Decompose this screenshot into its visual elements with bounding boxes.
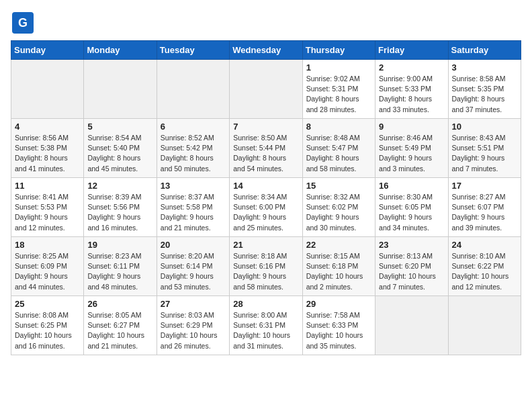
weekday-header-tuesday: Tuesday xyxy=(157,41,229,60)
calendar-cell: 22Sunrise: 8:15 AM Sunset: 6:18 PM Dayli… xyxy=(302,237,375,296)
day-number: 24 xyxy=(452,240,517,250)
day-info: Sunrise: 8:03 AM Sunset: 6:29 PM Dayligh… xyxy=(161,310,226,351)
weekday-header-monday: Monday xyxy=(84,41,157,60)
weekday-header-sunday: Sunday xyxy=(11,41,84,60)
calendar-cell: 26Sunrise: 8:05 AM Sunset: 6:27 PM Dayli… xyxy=(84,296,157,355)
day-info: Sunrise: 8:46 AM Sunset: 5:49 PM Dayligh… xyxy=(379,133,444,174)
day-info: Sunrise: 8:50 AM Sunset: 5:44 PM Dayligh… xyxy=(233,133,298,174)
day-number: 16 xyxy=(379,181,444,191)
calendar-cell xyxy=(84,60,157,119)
day-number: 1 xyxy=(306,62,371,73)
day-info: Sunrise: 7:58 AM Sunset: 6:33 PM Dayligh… xyxy=(306,310,371,351)
logo-icon: G xyxy=(11,11,35,35)
calendar-cell: 11Sunrise: 8:41 AM Sunset: 5:53 PM Dayli… xyxy=(11,178,84,237)
weekday-header-thursday: Thursday xyxy=(302,41,375,60)
calendar-cell: 16Sunrise: 8:30 AM Sunset: 6:05 PM Dayli… xyxy=(375,178,448,237)
day-info: Sunrise: 8:10 AM Sunset: 6:22 PM Dayligh… xyxy=(452,251,517,292)
day-info: Sunrise: 8:05 AM Sunset: 6:27 PM Dayligh… xyxy=(87,310,152,351)
day-info: Sunrise: 8:20 AM Sunset: 6:14 PM Dayligh… xyxy=(161,251,226,292)
day-number: 8 xyxy=(306,122,371,132)
day-number: 19 xyxy=(87,240,152,250)
calendar-table: SundayMondayTuesdayWednesdayThursdayFrid… xyxy=(11,40,521,355)
day-number: 18 xyxy=(15,240,80,250)
day-info: Sunrise: 8:58 AM Sunset: 5:35 PM Dayligh… xyxy=(452,74,517,115)
day-info: Sunrise: 9:00 AM Sunset: 5:33 PM Dayligh… xyxy=(379,74,444,115)
calendar-cell: 21Sunrise: 8:18 AM Sunset: 6:16 PM Dayli… xyxy=(230,237,302,296)
calendar-cell: 12Sunrise: 8:39 AM Sunset: 5:56 PM Dayli… xyxy=(84,178,157,237)
day-number: 11 xyxy=(15,181,80,191)
calendar-cell: 2Sunrise: 9:00 AM Sunset: 5:33 PM Daylig… xyxy=(375,60,448,119)
day-info: Sunrise: 8:23 AM Sunset: 6:11 PM Dayligh… xyxy=(87,251,152,292)
day-number: 3 xyxy=(452,62,517,73)
day-info: Sunrise: 8:52 AM Sunset: 5:42 PM Dayligh… xyxy=(161,133,226,174)
calendar-cell: 29Sunrise: 7:58 AM Sunset: 6:33 PM Dayli… xyxy=(302,296,375,355)
calendar-cell xyxy=(157,60,229,119)
calendar-cell xyxy=(11,60,84,119)
calendar-cell: 20Sunrise: 8:20 AM Sunset: 6:14 PM Dayli… xyxy=(157,237,229,296)
calendar-cell: 4Sunrise: 8:56 AM Sunset: 5:38 PM Daylig… xyxy=(11,119,84,178)
day-number: 25 xyxy=(15,299,80,309)
day-info: Sunrise: 8:18 AM Sunset: 6:16 PM Dayligh… xyxy=(233,251,298,292)
calendar-cell: 3Sunrise: 8:58 AM Sunset: 5:35 PM Daylig… xyxy=(448,60,521,119)
calendar-cell: 9Sunrise: 8:46 AM Sunset: 5:49 PM Daylig… xyxy=(375,119,448,178)
calendar-week-row: 4Sunrise: 8:56 AM Sunset: 5:38 PM Daylig… xyxy=(11,119,521,178)
day-number: 7 xyxy=(233,122,298,132)
svg-text:G: G xyxy=(18,16,28,30)
day-number: 5 xyxy=(87,122,152,132)
day-number: 26 xyxy=(87,299,152,309)
day-number: 15 xyxy=(306,181,371,191)
weekday-header-friday: Friday xyxy=(375,41,448,60)
calendar-week-row: 18Sunrise: 8:25 AM Sunset: 6:09 PM Dayli… xyxy=(11,237,521,296)
day-number: 21 xyxy=(233,240,298,250)
calendar-cell: 25Sunrise: 8:08 AM Sunset: 6:25 PM Dayli… xyxy=(11,296,84,355)
day-info: Sunrise: 8:30 AM Sunset: 6:05 PM Dayligh… xyxy=(379,192,444,233)
calendar-cell: 23Sunrise: 8:13 AM Sunset: 6:20 PM Dayli… xyxy=(375,237,448,296)
day-number: 14 xyxy=(233,181,298,191)
calendar-week-row: 1Sunrise: 9:02 AM Sunset: 5:31 PM Daylig… xyxy=(11,60,521,119)
day-number: 29 xyxy=(306,299,371,309)
day-info: Sunrise: 9:02 AM Sunset: 5:31 PM Dayligh… xyxy=(306,74,371,115)
calendar-cell: 7Sunrise: 8:50 AM Sunset: 5:44 PM Daylig… xyxy=(230,119,302,178)
day-info: Sunrise: 8:54 AM Sunset: 5:40 PM Dayligh… xyxy=(87,133,152,174)
day-number: 2 xyxy=(379,62,444,73)
weekday-header-wednesday: Wednesday xyxy=(230,41,302,60)
calendar-header-row: SundayMondayTuesdayWednesdayThursdayFrid… xyxy=(11,41,521,60)
day-number: 27 xyxy=(161,299,226,309)
day-info: Sunrise: 8:43 AM Sunset: 5:51 PM Dayligh… xyxy=(452,133,517,174)
day-number: 22 xyxy=(306,240,371,250)
calendar-cell: 24Sunrise: 8:10 AM Sunset: 6:22 PM Dayli… xyxy=(448,237,521,296)
day-info: Sunrise: 8:13 AM Sunset: 6:20 PM Dayligh… xyxy=(379,251,444,292)
day-info: Sunrise: 8:15 AM Sunset: 6:18 PM Dayligh… xyxy=(306,251,371,292)
day-number: 20 xyxy=(161,240,226,250)
day-info: Sunrise: 8:08 AM Sunset: 6:25 PM Dayligh… xyxy=(15,310,80,351)
calendar-week-row: 25Sunrise: 8:08 AM Sunset: 6:25 PM Dayli… xyxy=(11,296,521,355)
calendar-week-row: 11Sunrise: 8:41 AM Sunset: 5:53 PM Dayli… xyxy=(11,178,521,237)
day-info: Sunrise: 8:00 AM Sunset: 6:31 PM Dayligh… xyxy=(233,310,298,351)
day-info: Sunrise: 8:27 AM Sunset: 6:07 PM Dayligh… xyxy=(452,192,517,233)
day-number: 10 xyxy=(452,122,517,132)
day-number: 9 xyxy=(379,122,444,132)
calendar-cell: 19Sunrise: 8:23 AM Sunset: 6:11 PM Dayli… xyxy=(84,237,157,296)
calendar-cell xyxy=(375,296,448,355)
day-info: Sunrise: 8:39 AM Sunset: 5:56 PM Dayligh… xyxy=(87,192,152,233)
calendar-cell: 15Sunrise: 8:32 AM Sunset: 6:02 PM Dayli… xyxy=(302,178,375,237)
calendar-cell xyxy=(448,296,521,355)
page-header: G xyxy=(11,11,521,35)
calendar-cell: 13Sunrise: 8:37 AM Sunset: 5:58 PM Dayli… xyxy=(157,178,229,237)
calendar-cell: 1Sunrise: 9:02 AM Sunset: 5:31 PM Daylig… xyxy=(302,60,375,119)
day-number: 17 xyxy=(452,181,517,191)
day-info: Sunrise: 8:25 AM Sunset: 6:09 PM Dayligh… xyxy=(15,251,80,292)
calendar-cell: 17Sunrise: 8:27 AM Sunset: 6:07 PM Dayli… xyxy=(448,178,521,237)
day-number: 12 xyxy=(87,181,152,191)
day-number: 13 xyxy=(161,181,226,191)
calendar-cell: 18Sunrise: 8:25 AM Sunset: 6:09 PM Dayli… xyxy=(11,237,84,296)
day-info: Sunrise: 8:37 AM Sunset: 5:58 PM Dayligh… xyxy=(161,192,226,233)
calendar-cell: 8Sunrise: 8:48 AM Sunset: 5:47 PM Daylig… xyxy=(302,119,375,178)
day-info: Sunrise: 8:48 AM Sunset: 5:47 PM Dayligh… xyxy=(306,133,371,174)
day-info: Sunrise: 8:32 AM Sunset: 6:02 PM Dayligh… xyxy=(306,192,371,233)
weekday-header-saturday: Saturday xyxy=(448,41,521,60)
calendar-cell: 27Sunrise: 8:03 AM Sunset: 6:29 PM Dayli… xyxy=(157,296,229,355)
day-info: Sunrise: 8:34 AM Sunset: 6:00 PM Dayligh… xyxy=(233,192,298,233)
day-info: Sunrise: 8:41 AM Sunset: 5:53 PM Dayligh… xyxy=(15,192,80,233)
calendar-cell: 10Sunrise: 8:43 AM Sunset: 5:51 PM Dayli… xyxy=(448,119,521,178)
